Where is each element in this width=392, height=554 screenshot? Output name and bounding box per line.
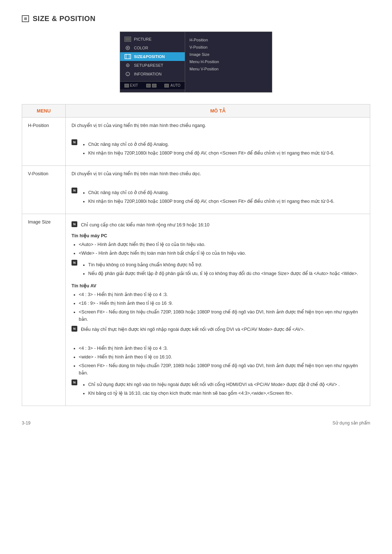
- exit-icon: [124, 84, 129, 87]
- av-note-2-item-2: Khi băng có tỷ lệ là 16:10, các tùy chọn…: [88, 390, 364, 397]
- note-icon-5: N: [72, 326, 77, 332]
- table-row-h-position: H-Position Di chuyển vị trí của vùng hiể…: [22, 118, 370, 166]
- auto-button: AUTO: [170, 83, 180, 87]
- h-pos-note: N Chức năng này chỉ có ở chế độ Analog. …: [72, 139, 364, 158]
- color-icon: [124, 45, 131, 50]
- osd-menu-item-setup: SETUP&RESET: [120, 61, 185, 70]
- col-menu-header: MENU: [22, 104, 66, 118]
- submenu-v-position: V-Position: [189, 44, 268, 51]
- exit-button: EXIT: [124, 83, 138, 87]
- osd-info-label: INFORMATION: [134, 72, 180, 76]
- note-icon-1: N: [72, 139, 77, 145]
- pc-signal-heading: Tín hiệu máy PC: [72, 232, 364, 239]
- note-icon-6: N: [72, 379, 77, 385]
- size-position-icon: ⊞: [22, 15, 29, 22]
- h-pos-note-item-1: Chức năng này chỉ có ở chế độ Analog.: [88, 141, 364, 148]
- submenu-h-position: H-Position: [189, 36, 268, 44]
- submenu-image-size: Image Size: [189, 51, 268, 58]
- v-pos-intro: Di chuyển vị trí của vùng hiển thị trên …: [72, 170, 364, 177]
- h-pos-note-content: Chức năng này chỉ có ở chế độ Analog. Kh…: [81, 139, 364, 158]
- osd-menu-item-color: COLOR: [120, 44, 185, 52]
- image-size-intro-text: Chỉ cung cấp cho các kiểu màn hình rộng …: [81, 221, 209, 229]
- v-pos-note-list: Chức năng này chỉ có ở chế độ Analog. Kh…: [81, 189, 364, 205]
- h-pos-note-list: Chức năng này chỉ có ở chế độ Analog. Kh…: [81, 141, 364, 157]
- submenu-menu-h-position: Menu H-Position: [189, 58, 268, 65]
- pc-note-item-2: Nếu độ phân giải được thiết lập ở độ phâ…: [88, 270, 364, 277]
- h-pos-intro: Di chuyển vị trí của vùng hiển thị trên …: [72, 122, 364, 129]
- av-signal-heading: Tín hiệu AV: [72, 282, 364, 290]
- menu-v-position: V-Position: [22, 166, 66, 214]
- av-screenfit-item: <Screen Fit> - Nếu dùng tín hiệu chuẩn 7…: [79, 308, 364, 323]
- osd-menu-right: H-Position V-Position Image Size Menu H-…: [185, 32, 272, 92]
- osd-menu-item-info: i INFORMATION: [120, 70, 185, 78]
- page-footer: 3-19 Sử dụng sản phẩm: [22, 417, 370, 426]
- setup-icon: [124, 63, 131, 68]
- svg-rect-1: [125, 37, 130, 41]
- svg-point-8: [127, 65, 128, 66]
- v-pos-note-item-1: Chức năng này chỉ có ở chế độ Analog.: [88, 189, 364, 196]
- av-43-item: <4 : 3> - Hiển thị hình ảnh theo tỉ lệ c…: [79, 291, 364, 298]
- page-title: SIZE & POSITION: [33, 15, 95, 23]
- note-icon-4: N: [72, 260, 77, 266]
- v-pos-note-content: Chức năng này chỉ có ở chế độ Analog. Kh…: [81, 188, 364, 206]
- pc-note-content: Tín hiệu không có trong bảng chuẩn không…: [81, 260, 364, 279]
- note-icon-2: N: [72, 188, 77, 193]
- table-row-image-size: Image Size N Chỉ cung cấp cho các kiểu m…: [22, 214, 370, 406]
- av-note-2-content: Chỉ sử dụng được khi ngõ vào tín hiệu ng…: [81, 379, 364, 398]
- osd-color-label: COLOR: [134, 46, 180, 50]
- osd-screenshot: PICTURE COLOR SIZE&POSITION: [22, 32, 370, 93]
- av-signal-list1: <4 : 3> - Hiển thị hình ảnh theo tỉ lệ c…: [72, 291, 364, 323]
- osd-menu-item-size-position: SIZE&POSITION: [120, 52, 185, 61]
- exit-label: EXIT: [130, 83, 138, 87]
- picture-icon: [124, 37, 131, 42]
- osd-menu-item-picture: PICTURE: [120, 35, 185, 44]
- info-icon: i: [124, 71, 131, 77]
- av-note-1: N Điều này chỉ thực hiện được khi ngõ nh…: [72, 326, 364, 333]
- osd-bottom-bar: EXIT AUTO: [120, 81, 185, 89]
- av-note-1-text: Điều này chỉ thực hiện được khi ngõ nhập…: [81, 326, 305, 333]
- menu-image-size: Image Size: [22, 214, 66, 406]
- nav-down-icon: [146, 84, 151, 87]
- page-number: 3-19: [22, 420, 30, 426]
- av-signal-list2: <4 : 3> - Hiển thị hình ảnh theo tỉ lệ c…: [72, 345, 364, 377]
- osd-picture-label: PICTURE: [134, 37, 180, 41]
- pc-note-item-1: Tín hiệu không có trong bảng chuẩn không…: [88, 261, 364, 268]
- nav-up-icon: [152, 84, 156, 87]
- osd-menu-left: PICTURE COLOR SIZE&POSITION: [120, 32, 185, 92]
- menu-h-position: H-Position: [22, 118, 66, 166]
- desc-v-position: Di chuyển vị trí của vùng hiển thị trên …: [66, 166, 370, 214]
- size-position-menu-icon: [124, 54, 131, 59]
- note-icon-3: N: [72, 221, 77, 227]
- image-size-intro-note: N Chỉ cung cấp cho các kiểu màn hình rộn…: [72, 221, 364, 229]
- pc-wide-item: <Wide> - Hình ảnh được hiển thị toàn màn…: [79, 250, 364, 257]
- svg-rect-4: [125, 54, 131, 59]
- pc-note-list: Tín hiệu không có trong bảng chuẩn không…: [81, 261, 364, 277]
- pc-note: N Tín hiệu không có trong bảng chuẩn khô…: [72, 260, 364, 279]
- svg-text:i: i: [127, 73, 128, 76]
- v-pos-note: N Chức năng này chỉ có ở chế độ Analog. …: [72, 188, 364, 206]
- table-row-v-position: V-Position Di chuyển vị trí của vùng hiể…: [22, 166, 370, 214]
- h-pos-note-item-2: Khi nhận tín hiệu 720P,1080i hoặc 1080P …: [88, 149, 364, 157]
- av-note-2-list: Chỉ sử dụng được khi ngõ vào tín hiệu ng…: [81, 381, 364, 397]
- section-label: Sử dụng sản phẩm: [332, 420, 370, 426]
- desc-image-size: N Chỉ cung cấp cho các kiểu màn hình rộn…: [66, 214, 370, 406]
- osd-size-position-label: SIZE&POSITION: [134, 54, 180, 59]
- av-note-2: N Chỉ sử dụng được khi ngõ vào tín hiệu …: [72, 379, 364, 398]
- av-43-item-2: <4 : 3> - Hiển thị hình ảnh theo tỉ lệ c…: [79, 345, 364, 352]
- submenu-menu-v-position: Menu V-Position: [189, 65, 268, 73]
- osd-setup-label: SETUP&RESET: [134, 63, 180, 67]
- auto-label: AUTO: [170, 83, 180, 87]
- av-note-2-item-1: Chỉ sử dụng được khi ngõ vào tín hiệu ng…: [88, 381, 364, 388]
- page-header: ⊞ SIZE & POSITION: [22, 15, 370, 23]
- v-pos-note-item-2: Khi nhận tín hiệu 720P,1080i hoặc 1080P …: [88, 198, 364, 205]
- av-screenfit-item-2: <Screen Fit> - Nếu dùng tín hiệu chuẩn 7…: [79, 362, 364, 377]
- col-desc-header: MÔ TẢ: [66, 104, 370, 118]
- pc-auto-item: <Auto> - Hình ảnh được hiển thị theo tỉ …: [79, 241, 364, 248]
- pc-signal-list: <Auto> - Hình ảnh được hiển thị theo tỉ …: [72, 241, 364, 257]
- av-169-item: <16 : 9> - Hiển thị hình ảnh theo tỉ lệ …: [79, 300, 364, 307]
- content-table: MENU MÔ TẢ H-Position Di chuyển vị trí c…: [22, 104, 370, 406]
- desc-h-position: Di chuyển vị trí của vùng hiển thị trên …: [66, 118, 370, 166]
- av-wide-item-2: <wide> - Hiển thị hình ảnh theo tỉ lệ co…: [79, 353, 364, 361]
- select-icon: [164, 84, 169, 87]
- svg-point-3: [127, 47, 128, 49]
